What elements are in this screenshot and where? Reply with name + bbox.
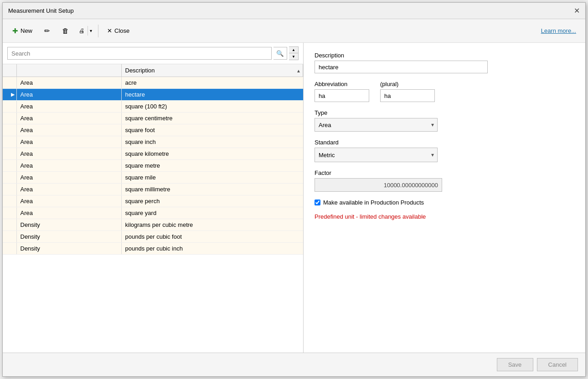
checkbox-row: Make available in Production Products [315, 199, 574, 206]
row-indicator [3, 195, 16, 207]
dialog-title: Measurement Unit Setup [8, 7, 74, 14]
row-indicator [3, 113, 16, 124]
abbreviation-input[interactable] [315, 89, 369, 102]
row-description: square yard [121, 207, 303, 219]
row-category: Area [16, 207, 121, 219]
toolbar: ✚ New ✏ 🗑 🖨 ▾ ✕ Close Learn more... [3, 19, 585, 43]
row-category: Area [16, 101, 121, 113]
plural-label: (plural) [380, 81, 435, 87]
description-input[interactable] [315, 61, 488, 73]
row-description: square mile [121, 172, 303, 184]
row-category: Area [16, 124, 121, 136]
delete-button[interactable]: 🗑 [57, 24, 74, 37]
table-row[interactable]: ▶Areahectare [3, 89, 303, 101]
row-category: Area [16, 77, 121, 89]
row-category: Area [16, 160, 121, 172]
row-indicator [3, 207, 16, 219]
factor-input[interactable] [315, 178, 442, 192]
row-indicator [3, 77, 16, 89]
print-dropdown-button[interactable]: ▾ [88, 26, 94, 36]
row-category: Density [16, 231, 121, 243]
row-description: square perch [121, 195, 303, 207]
type-select[interactable]: Area Density Distance Length Mass Volume [315, 118, 438, 132]
table-row[interactable]: Areasquare centimetre [3, 113, 303, 124]
table-row[interactable]: Densitypounds per cubic foot [3, 231, 303, 243]
sort-arrow-icon: ▲ [296, 68, 301, 73]
close-button[interactable]: ✕ Close [102, 25, 134, 37]
table-row[interactable]: Areasquare millimetre [3, 184, 303, 195]
scroll-up-button[interactable]: ▲ [289, 47, 298, 53]
col-header-description[interactable]: Description ▲ [121, 64, 303, 77]
edit-button[interactable]: ✏ [39, 24, 55, 38]
table-row[interactable]: Areasquare (100 ft2) [3, 101, 303, 113]
row-category: Area [16, 184, 121, 195]
row-description: square metre [121, 160, 303, 172]
scroll-buttons: ▲ ▼ [289, 46, 299, 60]
plural-input[interactable] [380, 89, 435, 102]
abbreviation-field: Abbreviation [315, 81, 369, 102]
search-icon-button[interactable]: 🔍 [273, 47, 287, 60]
row-category: Area [16, 172, 121, 184]
table-row[interactable]: Areasquare kilometre [3, 148, 303, 160]
abbreviation-label: Abbreviation [315, 81, 369, 87]
table-row[interactable]: Areasquare perch [3, 195, 303, 207]
row-description: pounds per cubic inch [121, 243, 303, 255]
row-category: Area [16, 148, 121, 160]
search-input[interactable] [7, 47, 272, 60]
row-description: square (100 ft2) [121, 101, 303, 113]
row-indicator [3, 172, 16, 184]
row-description: square kilometre [121, 148, 303, 160]
standard-field-group: Standard Metric Imperial Other [315, 139, 574, 162]
save-button[interactable]: Save [497, 358, 533, 371]
pencil-icon: ✏ [44, 27, 50, 35]
dialog: Measurement Unit Setup ✕ ✚ New ✏ 🗑 🖨 ▾ ✕… [2, 2, 586, 377]
plural-field: (plural) [380, 81, 435, 102]
table-row[interactable]: Areasquare inch [3, 136, 303, 148]
predefined-text: Predefined unit - limited changes availa… [315, 213, 574, 220]
type-select-wrapper: Area Density Distance Length Mass Volume [315, 118, 438, 132]
new-button-label: New [21, 27, 32, 34]
learn-more-link[interactable]: Learn more... [536, 25, 581, 36]
row-description: acre [121, 77, 303, 89]
standard-select[interactable]: Metric Imperial Other [315, 148, 438, 162]
row-indicator [3, 184, 16, 195]
title-close-button[interactable]: ✕ [574, 7, 580, 15]
row-description: pounds per cubic foot [121, 231, 303, 243]
table-row[interactable]: Areasquare foot [3, 124, 303, 136]
row-description: square inch [121, 136, 303, 148]
row-indicator [3, 148, 16, 160]
table-row[interactable]: Areaacre [3, 77, 303, 89]
table-row[interactable]: Areasquare metre [3, 160, 303, 172]
row-indicator: ▶ [3, 89, 16, 101]
factor-field-group: Factor [315, 169, 574, 192]
table-row[interactable]: Densitypounds per cubic inch [3, 243, 303, 255]
row-description: hectare [121, 89, 303, 101]
table-row[interactable]: Areasquare mile [3, 172, 303, 184]
data-table: Description ▲ Areaacre▶AreahectareAreasq… [3, 64, 303, 255]
print-group: 🖨 ▾ [76, 25, 94, 37]
new-button[interactable]: ✚ New [7, 24, 37, 38]
abbreviation-row: Abbreviation (plural) [315, 81, 574, 102]
col-header-selector [3, 64, 16, 77]
print-button[interactable]: 🖨 [76, 25, 88, 36]
row-indicator [3, 231, 16, 243]
search-icon: 🔍 [276, 50, 284, 57]
toolbar-divider [98, 25, 98, 37]
cancel-button[interactable]: Cancel [537, 358, 578, 371]
scroll-down-button[interactable]: ▼ [289, 53, 298, 60]
row-indicator [3, 243, 16, 255]
table-row[interactable]: Densitykilograms per cubic metre [3, 219, 303, 231]
description-field-group: Description [315, 52, 574, 73]
row-category: Area [16, 136, 121, 148]
main-content: 🔍 ▲ ▼ Description ▲ [3, 43, 585, 353]
standard-select-wrapper: Metric Imperial Other [315, 148, 438, 162]
table-row[interactable]: Areasquare yard [3, 207, 303, 219]
standard-label: Standard [315, 139, 574, 146]
production-checkbox-label: Make available in Production Products [323, 199, 424, 206]
production-checkbox[interactable] [315, 200, 320, 205]
left-panel: 🔍 ▲ ▼ Description ▲ [3, 43, 304, 353]
footer: Save Cancel [3, 353, 585, 376]
row-indicator [3, 219, 16, 231]
row-indicator [3, 101, 16, 113]
type-field-group: Type Area Density Distance Length Mass V… [315, 109, 574, 132]
